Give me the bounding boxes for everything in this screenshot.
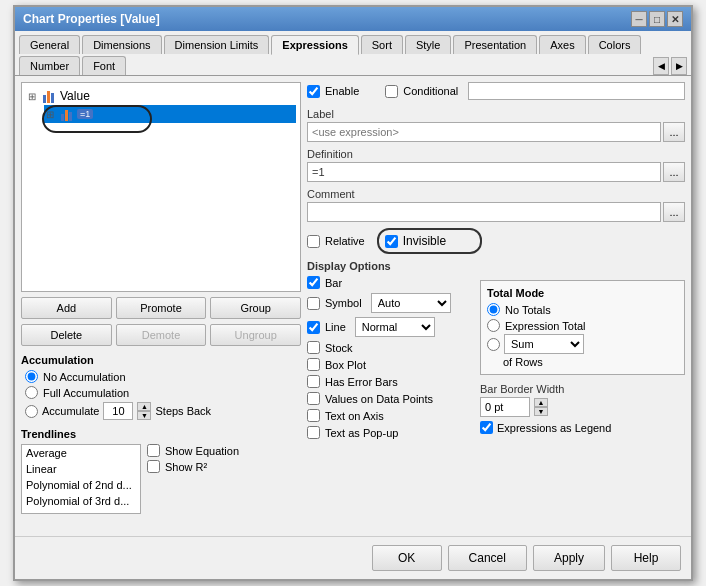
relative-label: Relative: [325, 235, 365, 247]
show-r2-check[interactable]: [147, 460, 160, 473]
btn-row-2: Delete Demote Ungroup: [21, 324, 301, 346]
right-panel: Enable Conditional Label ... Definition: [307, 82, 685, 530]
text-on-axis-row: Text on Axis: [307, 409, 472, 422]
tab-dimensions[interactable]: Dimensions: [82, 35, 161, 54]
display-options: Bar Symbol Auto Line: [307, 276, 685, 443]
close-button[interactable]: ✕: [667, 11, 683, 27]
invisible-checkbox[interactable]: [385, 235, 398, 248]
show-r2-label: Show R²: [165, 461, 207, 473]
bar-border-down[interactable]: ▼: [534, 407, 548, 416]
symbol-select[interactable]: Auto: [371, 293, 451, 313]
help-button[interactable]: Help: [611, 545, 681, 571]
trendlines-list[interactable]: Average Linear Polynomial of 2nd d... Po…: [21, 444, 141, 514]
definition-input[interactable]: [307, 162, 661, 182]
bar-border-title: Bar Border Width: [480, 383, 685, 395]
label-input[interactable]: [307, 122, 661, 142]
no-totals-radio[interactable]: [487, 303, 500, 316]
text-as-popup-label: Text as Pop-up: [325, 427, 398, 439]
no-totals-label: No Totals: [505, 304, 551, 316]
tab-general[interactable]: General: [19, 35, 80, 54]
tree-child-expand[interactable]: ⊞: [46, 109, 58, 120]
relative-checkbox[interactable]: [307, 235, 320, 248]
definition-ellipsis-btn[interactable]: ...: [663, 162, 685, 182]
text-on-axis-label: Text on Axis: [325, 410, 384, 422]
label-ellipsis-btn[interactable]: ...: [663, 122, 685, 142]
of-rows-label: of Rows: [503, 356, 678, 368]
title-bar: Chart Properties [Value] ─ □ ✕: [15, 7, 691, 31]
trend-average[interactable]: Average: [22, 445, 140, 461]
definition-label: Definition: [307, 148, 685, 160]
tabs-prev[interactable]: ◀: [653, 57, 669, 75]
cancel-button[interactable]: Cancel: [448, 545, 527, 571]
tab-presentation[interactable]: Presentation: [453, 35, 537, 54]
tab-sort[interactable]: Sort: [361, 35, 403, 54]
tree-expand-icon[interactable]: ⊞: [28, 91, 40, 102]
dialog: Chart Properties [Value] ─ □ ✕ General D…: [13, 5, 693, 581]
tab-colors[interactable]: Colors: [588, 35, 642, 54]
tab-axes[interactable]: Axes: [539, 35, 585, 54]
bar-border-input[interactable]: [480, 397, 530, 417]
group-button[interactable]: Group: [210, 297, 301, 319]
expression-total-radio[interactable]: [487, 319, 500, 332]
spin-down[interactable]: ▼: [137, 411, 151, 420]
steps-input[interactable]: [103, 402, 133, 420]
enable-check-row: Enable: [307, 85, 359, 98]
add-button[interactable]: Add: [21, 297, 112, 319]
accumulation-group: No Accumulation Full Accumulation Accumu…: [21, 370, 301, 420]
bar-checkbox[interactable]: [307, 276, 320, 289]
conditional-checkbox[interactable]: [385, 85, 398, 98]
box-plot-checkbox[interactable]: [307, 358, 320, 371]
spin-up[interactable]: ▲: [137, 402, 151, 411]
line-label: Line: [325, 321, 346, 333]
tab-number[interactable]: Number: [19, 56, 80, 75]
tab-dimension-limits[interactable]: Dimension Limits: [164, 35, 270, 54]
conditional-input[interactable]: [468, 82, 685, 100]
label-field-row: Label ...: [307, 108, 685, 142]
text-on-axis-checkbox[interactable]: [307, 409, 320, 422]
line-select[interactable]: Normal: [355, 317, 435, 337]
tabs-next[interactable]: ▶: [671, 57, 687, 75]
no-accumulation-radio[interactable]: [25, 370, 38, 383]
text-as-popup-checkbox[interactable]: [307, 426, 320, 439]
ungroup-button[interactable]: Ungroup: [210, 324, 301, 346]
tab-font[interactable]: Font: [82, 56, 126, 75]
bar-border-section: Bar Border Width ▲ ▼ Expressions as: [480, 383, 685, 434]
sum-select[interactable]: Sum: [504, 334, 584, 354]
line-checkbox[interactable]: [307, 321, 320, 334]
sum-radio[interactable]: [487, 338, 500, 351]
maximize-button[interactable]: □: [649, 11, 665, 27]
trendlines-section: Trendlines Average Linear Polynomial of …: [21, 428, 301, 514]
delete-button[interactable]: Delete: [21, 324, 112, 346]
full-accumulation-radio[interactable]: [25, 386, 38, 399]
comment-ellipsis-btn[interactable]: ...: [663, 202, 685, 222]
comment-input[interactable]: [307, 202, 661, 222]
tree-child-item[interactable]: ⊞ =1: [44, 105, 296, 123]
tab-style[interactable]: Style: [405, 35, 451, 54]
promote-button[interactable]: Promote: [116, 297, 207, 319]
enable-checkbox[interactable]: [307, 85, 320, 98]
display-options-title: Display Options: [307, 260, 685, 272]
box-plot-label: Box Plot: [325, 359, 366, 371]
comment-label: Comment: [307, 188, 685, 200]
invisible-label: Invisible: [403, 234, 446, 248]
values-on-data-checkbox[interactable]: [307, 392, 320, 405]
show-equation-check[interactable]: [147, 444, 160, 457]
minimize-button[interactable]: ─: [631, 11, 647, 27]
apply-button[interactable]: Apply: [533, 545, 605, 571]
bar-border-up[interactable]: ▲: [534, 398, 548, 407]
tree-root-item[interactable]: ⊞ Value: [26, 87, 296, 105]
error-bars-checkbox[interactable]: [307, 375, 320, 388]
tab-expressions[interactable]: Expressions: [271, 35, 358, 55]
expr-legend-checkbox[interactable]: [480, 421, 493, 434]
ok-button[interactable]: OK: [372, 545, 442, 571]
demote-button[interactable]: Demote: [116, 324, 207, 346]
trend-linear[interactable]: Linear: [22, 461, 140, 477]
trend-poly3[interactable]: Polynomial of 3rd d...: [22, 493, 140, 509]
full-accumulation-row: Full Accumulation: [25, 386, 301, 399]
symbol-checkbox[interactable]: [307, 297, 320, 310]
accumulate-radio[interactable]: [25, 405, 38, 418]
bar-label: Bar: [325, 277, 342, 289]
stock-checkbox[interactable]: [307, 341, 320, 354]
trend-poly2[interactable]: Polynomial of 2nd d...: [22, 477, 140, 493]
conditional-label: Conditional: [403, 85, 458, 97]
